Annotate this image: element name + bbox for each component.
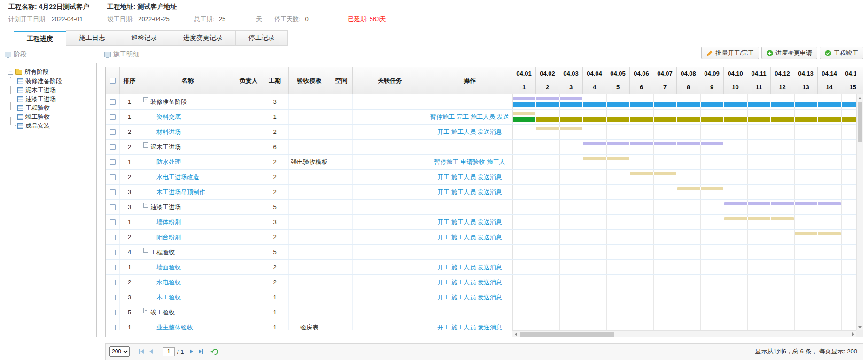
task-name-link[interactable]: 水电工进场改造 bbox=[156, 173, 199, 181]
row-checkbox[interactable] bbox=[110, 174, 116, 180]
tab-item[interactable]: 施工日志 bbox=[66, 30, 118, 46]
task-name-link[interactable]: 资料交底 bbox=[156, 113, 181, 121]
collapse-icon[interactable] bbox=[143, 248, 148, 253]
task-name-link[interactable]: 木工进场吊顶制作 bbox=[156, 188, 205, 196]
vertical-scrollbar-thumb[interactable] bbox=[858, 102, 862, 142]
last-page-button[interactable] bbox=[196, 347, 205, 356]
stop-days-field[interactable]: 0 bbox=[304, 16, 332, 24]
total-duration-field[interactable]: 25 bbox=[217, 16, 246, 24]
row-checkbox[interactable] bbox=[110, 310, 116, 315]
op-link[interactable]: 施工人员 bbox=[451, 188, 476, 196]
gantt-bar-planned-group[interactable] bbox=[513, 97, 582, 100]
gantt-bar-overdue[interactable] bbox=[536, 117, 856, 122]
vertical-scrollbar[interactable] bbox=[856, 94, 863, 330]
tab-item[interactable]: 巡检记录 bbox=[118, 30, 170, 46]
gantt-bar-planned-task[interactable] bbox=[724, 217, 794, 220]
tree-item[interactable]: 工程验收 bbox=[11, 103, 93, 112]
collapse-icon[interactable] bbox=[143, 97, 148, 102]
op-link[interactable]: 施工人员 bbox=[451, 233, 476, 242]
row-checkbox[interactable] bbox=[110, 265, 116, 270]
task-name-link[interactable]: 墙面验收 bbox=[156, 263, 181, 272]
page-input[interactable] bbox=[163, 347, 175, 356]
gantt-bar-planned-group[interactable] bbox=[583, 142, 723, 145]
task-name-link[interactable]: 墙体粉刷 bbox=[156, 218, 181, 227]
tab-item[interactable]: 停工记录 bbox=[235, 30, 288, 46]
task-name-link[interactable]: 木工验收 bbox=[156, 293, 181, 302]
finish-date-field[interactable]: 2022-04-25 bbox=[137, 16, 182, 24]
row-checkbox[interactable] bbox=[110, 219, 116, 225]
collapse-icon[interactable] bbox=[143, 203, 148, 208]
first-page-button[interactable] bbox=[137, 347, 146, 356]
task-name-link[interactable]: 阳台粉刷 bbox=[156, 233, 181, 242]
scroll-right-icon[interactable] bbox=[850, 331, 856, 337]
task-name-link[interactable]: 水电验收 bbox=[156, 278, 181, 287]
prev-page-button[interactable] bbox=[146, 347, 155, 356]
op-link[interactable]: 开工 bbox=[437, 173, 450, 181]
scroll-down-icon[interactable] bbox=[857, 324, 863, 330]
op-link[interactable]: 暂停施工 bbox=[430, 113, 455, 121]
row-checkbox[interactable] bbox=[110, 235, 116, 240]
op-link[interactable]: 施工人员 bbox=[451, 323, 476, 331]
collapse-icon[interactable] bbox=[143, 308, 148, 313]
gantt-bar-planned-group[interactable] bbox=[724, 202, 841, 205]
op-link[interactable]: 开工 bbox=[437, 323, 450, 331]
row-checkbox[interactable] bbox=[110, 204, 116, 210]
scroll-up-icon[interactable] bbox=[857, 94, 863, 101]
task-name-link[interactable]: 防水处理 bbox=[156, 158, 181, 166]
op-link[interactable]: 施工人员 bbox=[471, 113, 495, 121]
progress-change-request-button[interactable]: 进度变更申请 bbox=[761, 47, 817, 59]
op-link[interactable]: 开工 bbox=[437, 188, 450, 196]
op-link[interactable]: 开工 bbox=[437, 218, 450, 227]
gantt-bar-planned-task[interactable] bbox=[513, 112, 535, 115]
op-link[interactable]: 开工 bbox=[437, 233, 450, 242]
op-link[interactable]: 开工 bbox=[437, 128, 450, 136]
task-name-link[interactable]: 材料进场 bbox=[156, 128, 181, 136]
collapse-icon[interactable] bbox=[143, 142, 148, 148]
project-completion-button[interactable]: 工程竣工 bbox=[820, 47, 863, 59]
task-name-link[interactable]: 业主整体验收 bbox=[156, 323, 193, 331]
gantt-bar-planned-task[interactable] bbox=[677, 187, 723, 190]
op-link[interactable]: 施工人员 bbox=[451, 293, 476, 302]
row-checkbox[interactable] bbox=[110, 325, 116, 330]
tree-item[interactable]: 成品安装 bbox=[11, 121, 93, 130]
tree-item[interactable]: 泥木工进场 bbox=[11, 86, 93, 94]
gantt-bar-planned-task[interactable] bbox=[795, 232, 841, 235]
page-size-select[interactable]: 200 bbox=[109, 346, 130, 357]
op-link[interactable]: 发送消息 bbox=[478, 233, 502, 242]
row-checkbox[interactable] bbox=[110, 144, 116, 150]
horizontal-scrollbar[interactable] bbox=[512, 330, 856, 337]
op-link[interactable]: 完工 bbox=[457, 113, 469, 121]
tree-item[interactable]: 装修准备阶段 bbox=[11, 77, 93, 86]
op-link[interactable]: 发送 bbox=[497, 113, 509, 121]
gantt-bar-planned-task[interactable] bbox=[536, 127, 582, 130]
row-checkbox[interactable] bbox=[110, 250, 116, 255]
op-link[interactable]: 施工人 bbox=[487, 158, 505, 166]
tab-item[interactable]: 进度变更记录 bbox=[170, 30, 236, 46]
gantt-bar-planned-task[interactable] bbox=[630, 172, 676, 175]
row-checkbox[interactable] bbox=[110, 129, 116, 135]
refresh-icon[interactable] bbox=[211, 347, 219, 355]
op-link[interactable]: 发送消息 bbox=[478, 218, 502, 227]
plan-start-field[interactable]: 2022-04-01 bbox=[50, 16, 95, 24]
tree-root-all-stages[interactable]: 所有阶段 bbox=[8, 67, 93, 77]
row-checkbox[interactable] bbox=[110, 295, 116, 300]
op-link[interactable]: 发送消息 bbox=[478, 173, 502, 181]
row-checkbox[interactable] bbox=[110, 99, 116, 105]
op-link[interactable]: 施工人员 bbox=[451, 218, 476, 227]
gantt-bar-done[interactable] bbox=[513, 117, 535, 122]
row-checkbox[interactable] bbox=[110, 189, 116, 195]
op-link[interactable]: 开工 bbox=[437, 293, 450, 302]
op-link[interactable]: 暂停施工 bbox=[434, 158, 459, 166]
next-page-button[interactable] bbox=[186, 347, 196, 356]
horizontal-scrollbar-thumb[interactable] bbox=[520, 332, 614, 337]
row-checkbox[interactable] bbox=[110, 114, 116, 120]
row-checkbox[interactable] bbox=[110, 159, 116, 165]
op-link[interactable]: 发送消息 bbox=[478, 323, 502, 331]
gantt-bar-actual[interactable] bbox=[513, 102, 856, 107]
tree-item[interactable]: 竣工验收 bbox=[11, 112, 93, 121]
op-link[interactable]: 开工 bbox=[437, 278, 450, 287]
select-all-checkbox[interactable] bbox=[110, 78, 116, 84]
gantt-bar-planned-task[interactable] bbox=[583, 157, 629, 160]
scroll-left-icon[interactable] bbox=[512, 331, 519, 337]
op-link[interactable]: 发送消息 bbox=[478, 188, 502, 196]
